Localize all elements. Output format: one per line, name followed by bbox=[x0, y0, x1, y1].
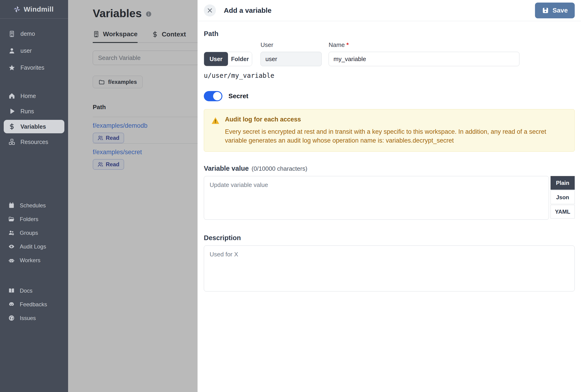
drawer-title: Add a variable bbox=[224, 6, 272, 14]
sidebar-nav-group: Home Runs Variables Resources bbox=[0, 88, 68, 150]
close-button[interactable] bbox=[204, 4, 216, 16]
sidebar-item-label: user bbox=[20, 47, 32, 54]
sidebar-item-label: Folders bbox=[20, 216, 38, 222]
path-fields-row: User Folder User Name * bbox=[204, 41, 575, 66]
audit-log-warning: Audit log for each access Every secret i… bbox=[204, 109, 575, 152]
robot-icon bbox=[8, 257, 15, 263]
sidebar-item-label: Issues bbox=[20, 315, 36, 321]
owner-kind-folder-button[interactable]: Folder bbox=[228, 52, 252, 66]
drawer-header: Add a variable Save bbox=[198, 0, 581, 21]
sidebar-item-home[interactable]: Home bbox=[0, 88, 68, 104]
sidebar-item-runs[interactable]: Runs bbox=[0, 104, 68, 119]
app-window: Windmill demo user Favorites bbox=[0, 0, 581, 392]
book-icon bbox=[8, 288, 15, 294]
building-icon bbox=[8, 30, 15, 37]
format-tabs: Plain Json YAML bbox=[550, 176, 575, 219]
sidebar-item-label: Variables bbox=[20, 123, 46, 130]
user-field-label: User bbox=[260, 41, 322, 48]
variable-value-textarea[interactable] bbox=[204, 176, 549, 220]
sidebar: Windmill demo user Favorites bbox=[0, 0, 68, 392]
sidebar-item-feedbacks[interactable]: Feedbacks bbox=[0, 298, 68, 311]
users-gear-icon bbox=[8, 230, 15, 236]
format-tab-yaml[interactable]: YAML bbox=[550, 205, 575, 219]
play-icon bbox=[8, 108, 15, 115]
sidebar-item-label: Schedules bbox=[20, 202, 46, 209]
secret-toggle[interactable] bbox=[204, 91, 222, 101]
owner-kind-user-button[interactable]: User bbox=[204, 52, 228, 66]
drawer-backdrop[interactable] bbox=[68, 0, 198, 392]
variable-value-heading: Variable value bbox=[204, 165, 249, 172]
sidebar-item-label: Favorites bbox=[20, 64, 44, 71]
format-tab-plain[interactable]: Plain bbox=[550, 176, 575, 190]
close-icon bbox=[207, 7, 213, 13]
owner-kind-toggle: User Folder bbox=[204, 52, 252, 66]
description-heading: Description bbox=[204, 234, 575, 242]
sidebar-workspace-group: demo user Favorites bbox=[0, 25, 68, 76]
sidebar-item-label: demo bbox=[20, 30, 35, 37]
home-icon bbox=[8, 92, 15, 99]
sidebar-item-audit-logs[interactable]: Audit Logs bbox=[0, 240, 68, 253]
sidebar-item-label: Home bbox=[20, 93, 36, 99]
sidebar-item-favorites[interactable]: Favorites bbox=[0, 59, 68, 76]
toggle-knob bbox=[213, 92, 222, 100]
add-variable-drawer: Add a variable Save Path User Folder Use… bbox=[198, 0, 581, 392]
sidebar-item-label: Resources bbox=[20, 139, 48, 145]
value-editor: Plain Json YAML bbox=[204, 176, 575, 220]
warning-triangle-icon bbox=[211, 116, 220, 125]
full-path-preview: u/user/my_variable bbox=[204, 72, 575, 79]
user-field[interactable] bbox=[260, 52, 322, 66]
sidebar-item-label: Workers bbox=[20, 257, 40, 264]
sidebar-item-workers[interactable]: Workers bbox=[0, 253, 68, 267]
sidebar-item-label: Groups bbox=[20, 230, 38, 236]
path-section-heading: Path bbox=[204, 30, 575, 38]
sidebar-item-demo[interactable]: demo bbox=[0, 25, 68, 42]
description-textarea[interactable] bbox=[204, 245, 575, 292]
sidebar-item-docs[interactable]: Docs bbox=[0, 284, 68, 298]
required-asterisk: * bbox=[346, 41, 349, 48]
character-counter: (0/10000 characters) bbox=[252, 165, 307, 172]
logo-text: Windmill bbox=[24, 5, 54, 13]
windmill-logo-icon bbox=[13, 5, 21, 13]
save-button[interactable]: Save bbox=[535, 2, 575, 18]
sidebar-item-issues[interactable]: Issues bbox=[0, 311, 68, 325]
secret-row: Secret bbox=[204, 91, 575, 101]
sidebar-item-variables[interactable]: Variables bbox=[4, 120, 64, 133]
sidebar-item-resources[interactable]: Resources bbox=[0, 134, 68, 150]
save-icon bbox=[542, 7, 549, 14]
sidebar-item-schedules[interactable]: Schedules bbox=[0, 199, 68, 212]
github-icon bbox=[8, 315, 15, 321]
boxes-icon bbox=[8, 138, 15, 145]
sidebar-footer-group: Docs Feedbacks Issues bbox=[0, 284, 68, 325]
sidebar-item-folders[interactable]: Folders bbox=[0, 212, 68, 226]
sidebar-item-label: Audit Logs bbox=[20, 243, 46, 250]
format-tab-json[interactable]: Json bbox=[550, 190, 575, 204]
calendar-icon bbox=[8, 202, 15, 209]
warning-body: Every secret is encrypted at rest and in… bbox=[225, 127, 553, 145]
dollar-icon bbox=[8, 123, 15, 130]
sidebar-item-label: Docs bbox=[20, 288, 32, 294]
name-field-label: Name * bbox=[328, 41, 520, 48]
discord-icon bbox=[8, 301, 15, 308]
logo[interactable]: Windmill bbox=[0, 0, 68, 18]
folder-open-icon bbox=[8, 216, 15, 222]
sidebar-item-label: Feedbacks bbox=[20, 301, 47, 308]
secret-toggle-label: Secret bbox=[228, 92, 248, 100]
sidebar-admin-group: Schedules Folders Groups Audit Logs bbox=[0, 199, 68, 267]
warning-title: Audit log for each access bbox=[225, 116, 553, 123]
sidebar-item-label: Runs bbox=[20, 108, 34, 115]
sidebar-item-user[interactable]: user bbox=[0, 42, 68, 59]
save-button-label: Save bbox=[553, 7, 568, 14]
user-icon bbox=[8, 47, 15, 54]
eye-icon bbox=[8, 243, 15, 250]
sidebar-item-groups[interactable]: Groups bbox=[0, 226, 68, 240]
name-field[interactable] bbox=[328, 52, 520, 66]
star-icon bbox=[8, 64, 15, 71]
